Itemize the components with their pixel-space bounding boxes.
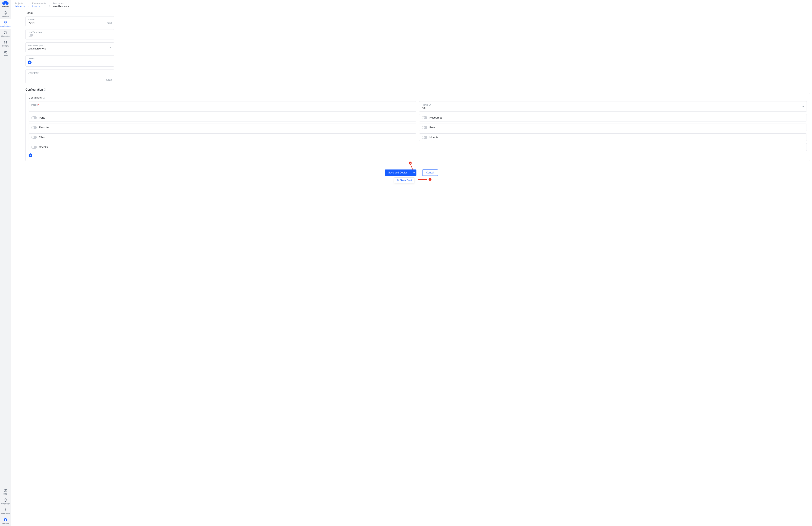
description-counter: 0/200 xyxy=(106,79,112,82)
labels-label: Labels xyxy=(28,57,34,60)
ports-field: Ports xyxy=(29,114,416,121)
gear-icon xyxy=(3,41,7,44)
form-footer: 1 Save and Deploy xyxy=(11,161,812,176)
use-template-card: Use Template xyxy=(26,29,114,40)
sidebar: Walrus Dashboard Applications Operation … xyxy=(0,0,11,526)
sidebar-item-applications[interactable]: Applications xyxy=(0,19,11,29)
description-label: Description xyxy=(28,71,39,74)
sidebar-item-label: Users xyxy=(3,55,8,57)
annotation-badge-2: 2 xyxy=(429,178,432,181)
info-icon xyxy=(429,104,431,106)
resources-field: Resources xyxy=(419,114,807,121)
execute-field: Execute xyxy=(29,123,416,131)
checks-label: Checks xyxy=(39,145,48,149)
configuration-section-title: Configuration xyxy=(11,86,812,93)
help-icon xyxy=(3,488,7,492)
breadcrumb: Projects default / Environments local / … xyxy=(11,0,812,9)
breadcrumb-resources-value: New Resource xyxy=(53,5,69,8)
svg-point-10 xyxy=(6,52,7,53)
sidebar-item-label: Language xyxy=(1,502,10,505)
breadcrumb-projects-select[interactable]: default xyxy=(15,5,26,8)
profile-value: run xyxy=(422,106,425,109)
sidebar-item-operation[interactable]: Operation xyxy=(0,29,11,39)
account-icon xyxy=(3,518,7,522)
use-template-toggle[interactable] xyxy=(28,34,33,36)
svg-point-12 xyxy=(5,491,6,491)
breadcrumb-envs-value: local xyxy=(32,5,37,8)
sidebar-item-help[interactable]: Help xyxy=(0,487,11,497)
sidebar-item-dashboard[interactable]: Dashboard xyxy=(0,10,11,19)
resources-label: Resources xyxy=(430,116,442,119)
breadcrumb-projects-value: default xyxy=(15,5,22,8)
files-field: Files xyxy=(29,133,416,141)
envs-toggle[interactable] xyxy=(422,126,427,129)
sidebar-item-label: Account xyxy=(2,522,9,524)
svg-point-0 xyxy=(3,2,4,3)
sidebar-item-label: Dashboard xyxy=(1,15,10,17)
save-and-deploy-button[interactable]: Save and Deploy xyxy=(385,170,410,176)
annotation-arrow-2 xyxy=(416,178,428,181)
walrus-logo-icon xyxy=(2,1,9,5)
sidebar-item-download[interactable]: Download xyxy=(0,506,11,516)
nav-footer: Help Language Download Account xyxy=(0,487,11,526)
resource-type-card[interactable]: Resource Type* containerservice xyxy=(26,42,114,53)
files-toggle[interactable] xyxy=(31,136,37,139)
add-label-button[interactable]: + xyxy=(28,60,31,64)
svg-point-1 xyxy=(7,2,7,3)
name-field-label: Name xyxy=(28,18,34,21)
execute-toggle[interactable] xyxy=(31,126,37,129)
sidebar-item-label: System xyxy=(2,45,9,47)
breadcrumb-separator: / xyxy=(28,2,29,8)
mounts-field: Mounts xyxy=(419,133,807,141)
breadcrumb-envs-select[interactable]: local xyxy=(32,5,46,8)
cancel-button[interactable]: Cancel xyxy=(422,170,438,176)
globe-icon xyxy=(3,498,7,502)
operation-icon xyxy=(3,31,7,34)
mounts-label: Mounts xyxy=(430,136,438,139)
image-label: Image xyxy=(31,104,38,106)
save-draft-label: Save Draft xyxy=(400,179,412,182)
brand: Walrus xyxy=(0,0,11,10)
svg-rect-3 xyxy=(4,21,5,22)
save-draft-option[interactable]: Save Draft xyxy=(394,177,414,183)
breadcrumb-resources-label: Resources xyxy=(53,2,69,4)
users-icon xyxy=(3,50,7,54)
resource-type-value: containerservice xyxy=(28,47,112,50)
chevron-down-icon xyxy=(24,5,26,8)
sidebar-item-language[interactable]: Language xyxy=(0,497,11,506)
ports-label: Ports xyxy=(39,116,45,119)
envs-label: Envs xyxy=(430,126,435,129)
resource-type-label: Resource Type xyxy=(28,44,43,47)
save-draft-icon xyxy=(396,179,399,181)
resources-toggle[interactable] xyxy=(422,116,427,119)
name-input[interactable] xyxy=(28,21,112,24)
name-field-card: Name* 5/30 xyxy=(26,16,114,26)
profile-label: Profile xyxy=(422,104,428,106)
description-card: Description 0/200 xyxy=(26,70,114,83)
gauge-icon xyxy=(3,11,7,15)
info-icon[interactable] xyxy=(43,97,45,99)
add-container-button[interactable]: + xyxy=(29,154,32,157)
image-field[interactable]: Image* xyxy=(29,101,416,112)
sidebar-item-system[interactable]: System xyxy=(0,39,11,49)
save-and-deploy-caret[interactable] xyxy=(411,170,417,176)
svg-point-7 xyxy=(5,32,6,33)
description-input[interactable] xyxy=(28,74,112,80)
envs-field: Envs xyxy=(419,123,807,131)
help-icon[interactable] xyxy=(44,88,46,91)
sidebar-item-label: Operation xyxy=(1,35,10,37)
svg-point-8 xyxy=(5,42,6,43)
apps-icon xyxy=(3,21,7,25)
checks-toggle[interactable] xyxy=(31,146,37,149)
mounts-toggle[interactable] xyxy=(422,136,427,139)
chevron-down-icon xyxy=(802,105,804,108)
configuration-panel: Containers Image* Profile run xyxy=(26,93,810,161)
name-counter: 5/30 xyxy=(107,22,112,25)
svg-point-9 xyxy=(4,51,6,52)
sidebar-item-users[interactable]: Users xyxy=(0,49,11,58)
chevron-down-icon xyxy=(110,46,112,49)
profile-field[interactable]: Profile run xyxy=(419,101,807,112)
ports-toggle[interactable] xyxy=(31,116,37,119)
containers-title: Containers xyxy=(29,96,807,101)
sidebar-item-account[interactable]: Account xyxy=(0,516,11,526)
